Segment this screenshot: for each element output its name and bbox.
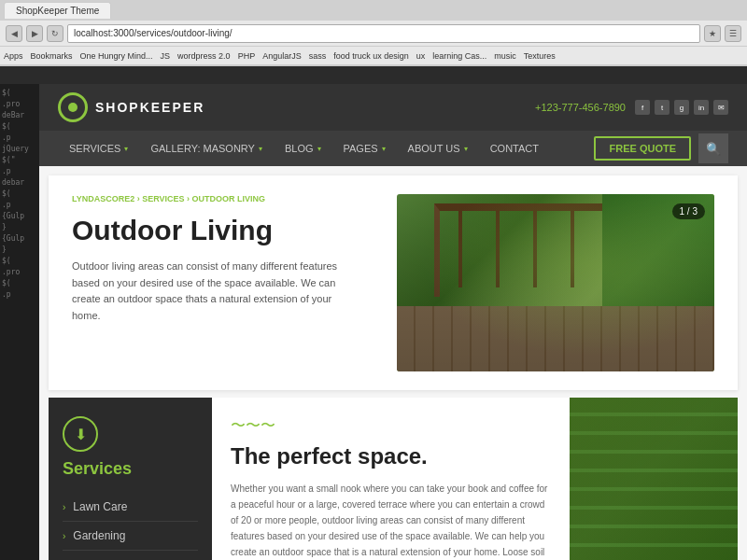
bookmark-wordpress[interactable]: wordpress 2.0	[177, 51, 231, 61]
email-icon[interactable]: ✉	[713, 100, 728, 115]
bookmark-foodtruck[interactable]: food truck ux design	[333, 51, 409, 61]
hero-description: Outdoor living areas can consist of many…	[72, 259, 352, 324]
nav-about-label: ABOUT US	[408, 143, 460, 154]
social-icons: f t g in ✉	[635, 100, 728, 115]
url-bar[interactable]: localhost:3000/services/outdoor-living/	[67, 24, 700, 43]
twitter-icon[interactable]: t	[655, 100, 669, 115]
hero-section: LYNDASCORE2 › SERVICES › OUTDOOR LIVING …	[49, 175, 738, 390]
section-description: Whether you want a small nook where you …	[231, 481, 551, 560]
forward-button[interactable]: ▶	[26, 25, 43, 42]
nav-pages-arrow: ▾	[382, 145, 386, 153]
bookmark-apps[interactable]: Apps	[4, 51, 23, 61]
sidebar-item-lawn-care[interactable]: › Lawn Care	[63, 493, 198, 522]
linkedin-icon[interactable]: in	[694, 100, 709, 115]
bookmarks-bar: Apps Bookmarks One Hungry Mind... JS wor…	[0, 47, 747, 65]
hero-image-overlay	[397, 194, 714, 371]
gardening-arrow: ›	[63, 531, 65, 541]
nav-blog-label: BLOG	[285, 143, 314, 154]
search-button[interactable]: 🔍	[698, 133, 728, 163]
nav-about-arrow: ▾	[464, 145, 468, 153]
breadcrumb-home[interactable]: LYNDASCORE2	[72, 194, 134, 203]
hero-left: LYNDASCORE2 › SERVICES › OUTDOOR LIVING …	[72, 194, 378, 371]
header-right: +123-777-456-7890 f t g in ✉	[535, 100, 728, 115]
hero-image: 1 / 3	[397, 194, 714, 371]
nav-gallery[interactable]: GALLERY: MASONRY ▾	[139, 131, 273, 166]
facebook-icon[interactable]: f	[635, 100, 650, 115]
nav-about[interactable]: ABOUT US ▾	[397, 131, 479, 166]
nav-pages-label: PAGES	[344, 143, 378, 154]
bookmark-music[interactable]: music	[494, 51, 516, 61]
nav-gallery-label: GALLERY: MASONRY	[150, 143, 254, 154]
nav-blog-arrow: ▾	[317, 145, 321, 153]
main-content: 〜〜〜 The perfect space. Whether you want …	[212, 398, 570, 560]
services-sidebar: ⬇ Services › Lawn Care › Gardening › Har…	[49, 398, 212, 560]
bookmark-angularjs[interactable]: AngularJS	[262, 51, 302, 61]
slide-counter: 1 / 3	[672, 203, 705, 219]
phone-number: +123-777-456-7890	[535, 102, 626, 113]
bookmark-learning[interactable]: learning Cas...	[432, 51, 486, 61]
bookmark-sass[interactable]: sass	[309, 51, 327, 61]
nav-pages[interactable]: PAGES ▾	[332, 131, 397, 166]
site-header: SHOPKEEPER +123-777-456-7890 f t g in ✉	[39, 84, 747, 131]
bookmark-hungry[interactable]: One Hungry Mind...	[80, 51, 153, 61]
lawn-care-label: Lawn Care	[73, 500, 127, 513]
code-panel: $( .pro deBar $( .p jQuery $(" .p debar …	[0, 84, 39, 560]
site-nav: SERVICES ▾ GALLERY: MASONRY ▾ BLOG ▾ PAG…	[39, 131, 747, 166]
breadcrumb-services[interactable]: SERVICES	[142, 194, 184, 203]
logo-inner-circle	[68, 103, 78, 112]
wavy-decoration: 〜〜〜	[231, 416, 551, 436]
aerial-overlay	[570, 398, 738, 560]
star-button[interactable]: ★	[704, 25, 721, 42]
bookmark-js[interactable]: JS	[161, 51, 171, 61]
browser-tabs: ShopKeeper Theme	[0, 0, 747, 21]
bookmark-php[interactable]: PHP	[238, 51, 256, 61]
services-icon: ⬇	[63, 416, 98, 452]
breadcrumb-current: OUTDOOR LIVING	[192, 194, 266, 203]
logo-area: SHOPKEEPER	[58, 92, 204, 122]
bookmark-textures[interactable]: Textures	[524, 51, 556, 61]
sidebar-item-gardening[interactable]: › Gardening	[63, 522, 198, 551]
back-button[interactable]: ◀	[6, 25, 22, 42]
nav-blog[interactable]: BLOG ▾	[274, 131, 332, 166]
hero-title: Outdoor Living	[72, 215, 378, 245]
menu-button[interactable]: ☰	[725, 25, 741, 42]
services-title: Services	[63, 459, 198, 479]
nav-services-arrow: ▾	[124, 145, 128, 153]
bookmark-bookmarks[interactable]: Bookmarks	[31, 51, 73, 61]
section-title: The perfect space.	[231, 443, 551, 469]
browser-chrome: ShopKeeper Theme ◀ ▶ ↻ localhost:3000/se…	[0, 0, 747, 66]
right-image	[570, 398, 738, 560]
bookmark-ux[interactable]: ux	[416, 51, 426, 61]
bottom-section: ⬇ Services › Lawn Care › Gardening › Har…	[49, 398, 738, 560]
gardening-label: Gardening	[73, 529, 125, 542]
nav-contact[interactable]: CONTACT	[479, 131, 550, 166]
breadcrumb: LYNDASCORE2 › SERVICES › OUTDOOR LIVING	[72, 194, 378, 203]
googleplus-icon[interactable]: g	[674, 100, 689, 115]
lawn-care-arrow: ›	[63, 502, 65, 512]
logo-text: SHOPKEEPER	[95, 100, 204, 115]
nav-contact-label: CONTACT	[490, 143, 539, 154]
logo-circle	[58, 92, 88, 122]
refresh-button[interactable]: ↻	[47, 25, 63, 42]
browser-toolbar: ◀ ▶ ↻ localhost:3000/services/outdoor-li…	[0, 21, 747, 47]
free-quote-button[interactable]: FREE QUOTE	[594, 136, 691, 161]
nav-gallery-arrow: ▾	[259, 145, 262, 153]
active-tab[interactable]: ShopKeeper Theme	[4, 2, 111, 19]
sidebar-item-hardscapes[interactable]: › Hardscapes	[63, 551, 198, 560]
nav-services[interactable]: SERVICES ▾	[58, 131, 139, 166]
nav-services-label: SERVICES	[69, 143, 120, 154]
website-wrapper: SHOPKEEPER +123-777-456-7890 f t g in ✉ …	[39, 84, 747, 560]
